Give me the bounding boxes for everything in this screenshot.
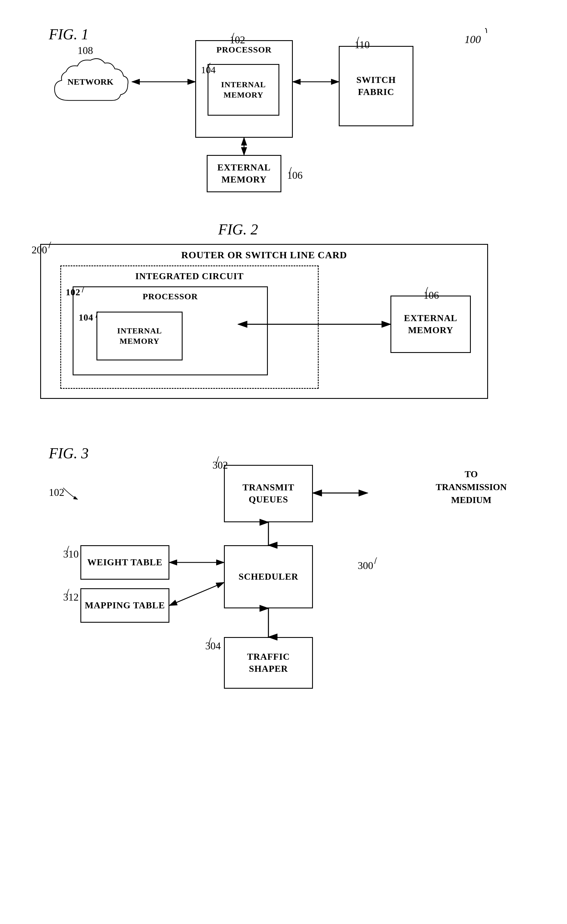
- fig1-internal-memory: INTERNAL MEMORY: [208, 64, 279, 116]
- fig3-scheduler: SCHEDULER: [224, 545, 313, 608]
- fig3: FIG. 3 102 TRANSMIT QUEUES 302 TO TRANSM…: [23, 442, 544, 689]
- fig3-weight-table: WEIGHT TABLE: [80, 545, 169, 580]
- fig3-to-medium: TO TRANSMISSION MEDIUM: [436, 468, 507, 506]
- fig2-processor-box: PROCESSOR INTERNAL MEMORY 104: [73, 286, 268, 375]
- fig1-ref108: 108: [78, 45, 93, 57]
- fig1: FIG. 1 100 NETWORK 108 PROCESSOR INT: [23, 17, 544, 195]
- fig1-label: FIG. 1: [49, 26, 89, 43]
- page: FIG. 1 100 NETWORK 108 PROCESSOR INT: [0, 0, 567, 924]
- fig2-label: FIG. 2: [218, 221, 258, 238]
- network-cloud: NETWORK 108: [46, 52, 132, 113]
- fig3-transmit-queues: TRANSMIT QUEUES: [224, 465, 313, 522]
- fig3-label: FIG. 3: [49, 445, 89, 462]
- fig2-internal-memory: INTERNAL MEMORY: [96, 312, 183, 360]
- fig2-ic-box: INTEGRATED CIRCUIT PROCESSOR INTERNAL ME…: [60, 266, 319, 389]
- fig2-external-memory: EXTERNAL MEMORY: [390, 296, 471, 353]
- fig3-traffic-shaper: TRAFFIC SHAPER: [224, 637, 313, 689]
- fig2: FIG. 2 ROUTER OR SWITCH LINE CARD 200 IN…: [23, 218, 544, 419]
- fig1-switch-fabric: SWITCH FABRIC: [339, 46, 414, 126]
- fig1-processor-box: PROCESSOR INTERNAL MEMORY: [195, 40, 293, 138]
- fig1-external-memory: EXTERNAL MEMORY: [207, 155, 281, 192]
- svg-text:NETWORK: NETWORK: [68, 77, 114, 86]
- svg-line-17: [169, 582, 224, 606]
- fig3-mapping-table: MAPPING TABLE: [80, 588, 169, 623]
